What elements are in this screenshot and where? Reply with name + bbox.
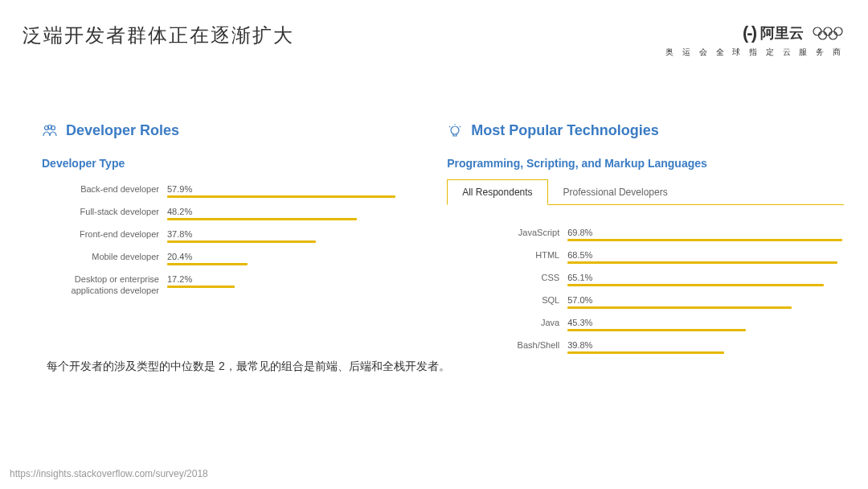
bar-label: Full-stack developer (42, 207, 167, 218)
bar-row: SQL57.0% (447, 295, 844, 309)
bar-value: 68.5% (567, 250, 844, 260)
svg-point-0 (813, 27, 821, 35)
tab-all-respondents[interactable]: All Respondents (447, 179, 547, 205)
bar-value: 65.1% (567, 273, 844, 282)
bar-value: 69.8% (567, 228, 844, 237)
svg-point-3 (819, 31, 827, 39)
bar-row: Full-stack developer48.2% (42, 207, 415, 220)
bar-fill (567, 284, 824, 286)
slide-title: 泛端开发者群体正在逐渐扩大 (23, 23, 294, 48)
bar-label: HTML (447, 250, 567, 261)
left-bar-chart: Back-end developer57.9%Full-stack develo… (42, 184, 415, 297)
bar-value: 37.8% (167, 229, 415, 239)
bar-label: Java (447, 318, 567, 329)
bar-value: 17.2% (167, 274, 415, 284)
bar-fill (167, 195, 395, 198)
bar-fill (567, 329, 746, 331)
bar-fill (167, 240, 316, 243)
svg-point-4 (829, 31, 837, 39)
bar-label: Desktop or enterprise applications devel… (42, 274, 167, 297)
left-subtitle: Developer Type (42, 157, 415, 170)
bar-row: CSS65.1% (447, 273, 844, 286)
source-citation: https://insights.stackoverflow.com/surve… (10, 468, 208, 479)
bar-label: Back-end developer (42, 184, 167, 195)
logo-subtitle: 奥 运 会 全 球 指 定 云 服 务 商 (665, 47, 844, 58)
tab-professional-developers[interactable]: Professional Developers (548, 179, 683, 204)
right-bar-chart: JavaScript69.8%HTML68.5%CSS65.1%SQL57.0%… (447, 228, 844, 354)
bar-value: 57.0% (567, 295, 844, 305)
bar-fill (567, 351, 724, 354)
bar-row: Front-end developer37.8% (42, 229, 415, 243)
svg-point-1 (824, 27, 832, 35)
tabs: All Respondents Professional Developers (447, 179, 844, 205)
bar-label: Bash/Shell (447, 340, 567, 351)
bar-label: Mobile developer (42, 252, 167, 263)
bar-row: Mobile developer20.4% (42, 252, 415, 265)
bar-label: JavaScript (447, 228, 567, 239)
left-panel: Developer Roles Developer Type Back-end … (42, 122, 415, 363)
bar-row: Java45.3% (447, 318, 844, 331)
bar-value: 57.9% (167, 184, 415, 194)
bar-fill (567, 261, 837, 264)
bar-value: 45.3% (567, 318, 844, 327)
bar-row: Bash/Shell39.8% (447, 340, 844, 354)
bar-value: 39.8% (567, 340, 844, 350)
logo-bracket-icon: (-) (743, 23, 755, 43)
bar-row: Back-end developer57.9% (42, 184, 415, 198)
svg-point-8 (451, 126, 459, 134)
people-icon (42, 123, 58, 139)
bar-row: Desktop or enterprise applications devel… (42, 274, 415, 297)
bar-fill (567, 306, 792, 309)
bar-fill (167, 218, 357, 220)
right-panel: Most Popular Technologies Programming, S… (447, 122, 844, 363)
logo-text: 阿里云 (760, 23, 804, 43)
svg-point-2 (834, 27, 842, 35)
brand-logo: (-) 阿里云 奥 运 会 全 球 指 定 云 服 务 商 (665, 23, 844, 58)
olympic-rings-icon (812, 26, 844, 40)
right-subtitle: Programming, Scripting, and Markup Langu… (447, 157, 844, 170)
bar-label: Front-end developer (42, 229, 167, 240)
bar-fill (167, 286, 235, 288)
bar-label: SQL (447, 295, 567, 306)
bulb-icon (447, 123, 463, 139)
right-section-title: Most Popular Technologies (471, 122, 659, 139)
bar-value: 20.4% (167, 252, 415, 261)
bar-fill (567, 239, 842, 241)
bar-label: CSS (447, 273, 567, 284)
bar-row: HTML68.5% (447, 250, 844, 264)
footnote: 每个开发者的涉及类型的中位数是 2，最常见的组合是前端、后端和全栈开发者。 (47, 360, 450, 374)
left-section-title: Developer Roles (66, 122, 179, 139)
bar-value: 48.2% (167, 207, 415, 216)
bar-row: JavaScript69.8% (447, 228, 844, 241)
bar-fill (167, 263, 248, 265)
